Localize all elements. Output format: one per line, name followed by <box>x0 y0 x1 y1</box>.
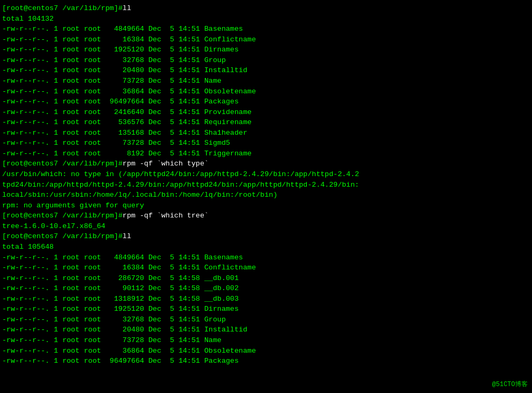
terminal-line: local/sbin:/usr/sbin:/home/lq/.local/bin… <box>2 190 530 200</box>
terminal-line: [root@centos7 /var/lib/rpm]#rpm -qf `whi… <box>2 159 530 169</box>
terminal-line: -rw-r--r--. 1 root root 135168 Dec 5 14:… <box>2 128 530 138</box>
terminal-line: -rw-r--r--. 1 root root 4849664 Dec 5 14… <box>2 24 530 34</box>
terminal-line: -rw-r--r--. 1 root root 1925120 Dec 5 14… <box>2 45 530 55</box>
terminal-line: -rw-r--r--. 1 root root 36864 Dec 5 14:5… <box>2 86 530 97</box>
terminal-line: -rw-r--r--. 1 root root 96497664 Dec 5 1… <box>2 356 530 366</box>
terminal-line: -rw-r--r--. 1 root root 32768 Dec 5 14:5… <box>2 55 530 66</box>
terminal-line: -rw-r--r--. 1 root root 90112 Dec 5 14:5… <box>2 283 530 294</box>
terminal-line: -rw-r--r--. 1 root root 36864 Dec 5 14:5… <box>2 346 530 356</box>
terminal-line: -rw-r--r--. 1 root root 4849664 Dec 5 14… <box>2 252 530 263</box>
terminal-line: rpm: no arguments given for query <box>2 200 530 211</box>
terminal-line: -rw-r--r--. 1 root root 73728 Dec 5 14:5… <box>2 76 530 86</box>
terminal-line: -rw-r--r--. 1 root root 16384 Dec 5 14:5… <box>2 34 530 45</box>
terminal-line: tpd24/bin:/app/httpd/httpd-2.4.29/bin:/a… <box>2 180 530 190</box>
terminal-line: total 104132 <box>2 14 530 24</box>
terminal-line: -rw-r--r--. 1 root root 8192 Dec 5 14:51… <box>2 149 530 159</box>
terminal-line: -rw-r--r--. 1 root root 1318912 Dec 5 14… <box>2 294 530 304</box>
terminal-line: -rw-r--r--. 1 root root 20480 Dec 5 14:5… <box>2 65 530 76</box>
terminal-line: -rw-r--r--. 1 root root 96497664 Dec 5 1… <box>2 97 530 107</box>
terminal-line: [root@centos7 /var/lib/rpm]#ll <box>2 3 530 14</box>
terminal-line: -rw-r--r--. 1 root root 536576 Dec 5 14:… <box>2 117 530 128</box>
terminal-line: -rw-r--r--. 1 root root 73728 Dec 5 14:5… <box>2 335 530 346</box>
terminal-line: [root@centos7 /var/lib/rpm]#rpm -qf `whi… <box>2 211 530 221</box>
terminal-line: tree-1.6.0-10.el7.x86_64 <box>2 221 530 232</box>
watermark: @51CTO博客 <box>492 380 528 389</box>
terminal-line: [root@centos7 /var/lib/rpm]#ll <box>2 231 530 242</box>
terminal-line: -rw-r--r--. 1 root root 2416640 Dec 5 14… <box>2 107 530 118</box>
terminal-line: -rw-r--r--. 1 root root 286720 Dec 5 14:… <box>2 273 530 284</box>
terminal-line: -rw-r--r--. 1 root root 73728 Dec 5 14:5… <box>2 138 530 149</box>
terminal-line: -rw-r--r--. 1 root root 20480 Dec 5 14:5… <box>2 325 530 335</box>
terminal: [root@centos7 /var/lib/rpm]#lltotal 1041… <box>0 2 532 368</box>
terminal-line: -rw-r--r--. 1 root root 32768 Dec 5 14:5… <box>2 315 530 325</box>
terminal-line: /usr/bin/which: no type in (/app/httpd24… <box>2 169 530 180</box>
terminal-line: total 105648 <box>2 242 530 252</box>
terminal-line: -rw-r--r--. 1 root root 1925120 Dec 5 14… <box>2 304 530 315</box>
terminal-line: -rw-r--r--. 1 root root 16384 Dec 5 14:5… <box>2 263 530 273</box>
